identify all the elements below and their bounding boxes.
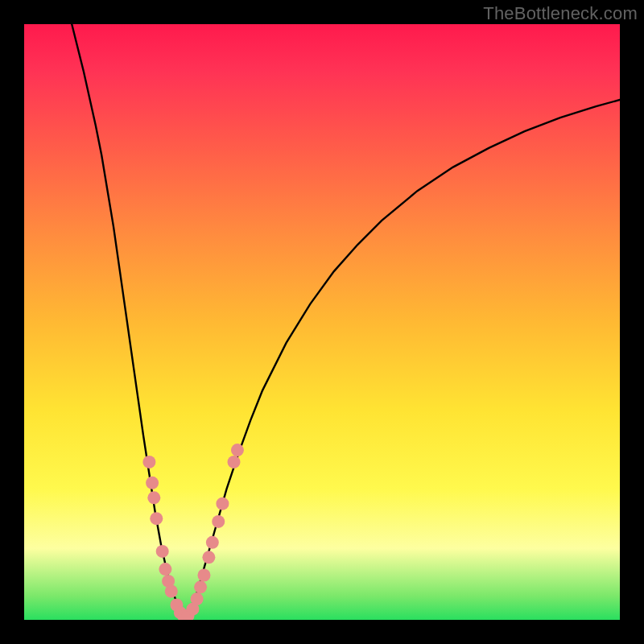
data-marker xyxy=(150,512,163,525)
curve-group xyxy=(72,24,620,617)
data-marker xyxy=(191,592,204,605)
data-marker xyxy=(165,584,178,597)
data-marker xyxy=(147,491,160,504)
data-marker xyxy=(197,569,210,582)
data-marker xyxy=(231,444,244,456)
plot-area xyxy=(24,24,620,620)
data-marker xyxy=(142,456,155,469)
curve-right-branch xyxy=(185,100,620,617)
data-marker xyxy=(206,536,219,549)
data-marker xyxy=(227,456,240,469)
data-marker xyxy=(156,545,169,558)
curve-left-branch xyxy=(72,24,185,617)
data-marker xyxy=(146,477,159,489)
chart-svg xyxy=(24,24,620,620)
data-marker xyxy=(159,563,171,576)
chart-frame: TheBottleneck.com xyxy=(0,0,644,644)
data-marker xyxy=(212,515,225,528)
data-marker xyxy=(202,551,215,564)
data-marker xyxy=(216,497,229,510)
data-marker xyxy=(194,580,207,593)
watermark-text: TheBottleneck.com xyxy=(483,3,638,24)
